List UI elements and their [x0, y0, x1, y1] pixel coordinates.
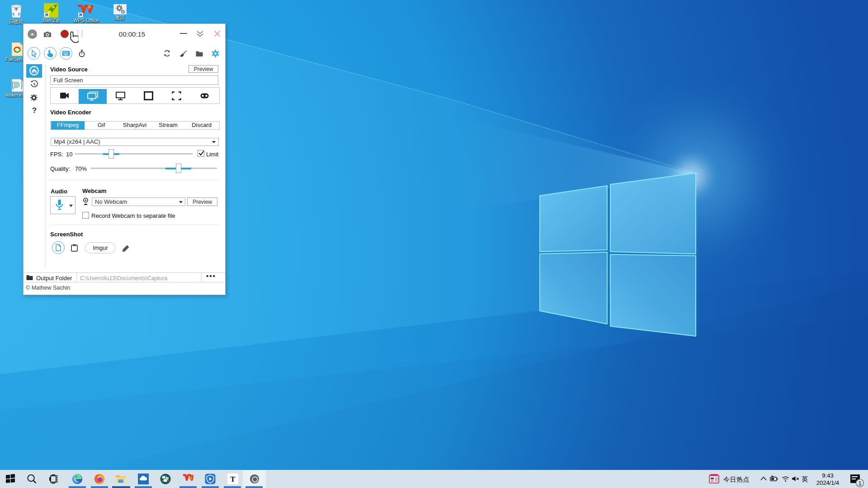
svg-text:1: 1	[858, 480, 861, 487]
svg-text:T: T	[230, 475, 236, 483]
